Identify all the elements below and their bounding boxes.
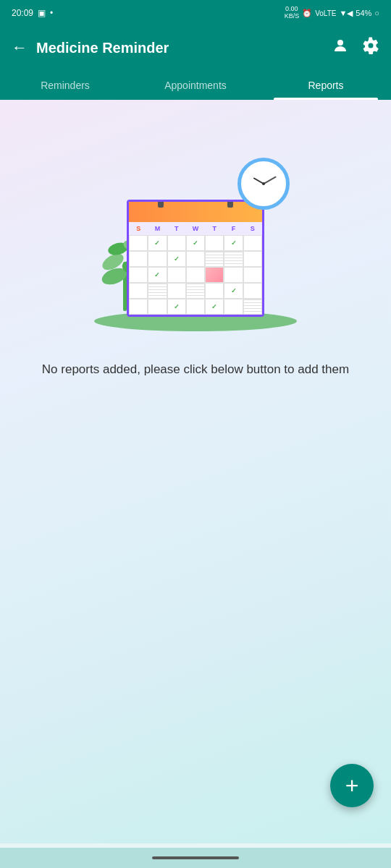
tab-bar: Reminders Appointments Reports <box>0 69 391 100</box>
cal-cell <box>224 299 243 315</box>
day-header-t2: T <box>205 224 224 234</box>
cal-cell <box>205 283 224 299</box>
cal-cell <box>243 251 262 267</box>
calendar-ring-right <box>227 200 233 208</box>
cal-cell <box>186 235 205 251</box>
cal-cell <box>167 283 186 299</box>
cal-cell <box>186 283 205 299</box>
add-report-button[interactable]: + <box>330 764 374 807</box>
network-speed: 0.00KB/S <box>285 6 300 20</box>
cal-cell <box>129 299 148 315</box>
cal-cell <box>148 251 167 267</box>
cal-cell <box>186 251 205 267</box>
settings-button[interactable] <box>362 37 379 59</box>
cal-cell <box>243 299 262 315</box>
tab-reminders[interactable]: Reminders <box>0 69 130 100</box>
cal-cell <box>205 299 224 315</box>
cal-cell <box>205 267 224 283</box>
calendar-days-header: S M T W T F S <box>129 222 262 235</box>
calendar-grid <box>129 235 262 315</box>
cal-cell <box>129 283 148 299</box>
cal-cell <box>148 283 167 299</box>
cal-cell <box>129 251 148 267</box>
empty-state-illustration: S M T W T F S <box>87 143 304 331</box>
battery-text: 54% <box>356 9 371 17</box>
cal-cell <box>129 235 148 251</box>
cal-cell <box>224 267 243 283</box>
nav-indicator <box>152 856 239 859</box>
cal-cell <box>224 251 243 267</box>
day-header-t1: T <box>167 224 186 234</box>
screenshot-icon: ▣ <box>38 8 46 18</box>
cal-cell <box>205 235 224 251</box>
empty-state-message: No reports added, please click below but… <box>13 360 378 379</box>
cal-cell <box>167 267 186 283</box>
nav-bar <box>0 848 391 868</box>
cal-cell <box>167 299 186 315</box>
clock-minute-hand <box>264 176 277 184</box>
cal-cell <box>148 267 167 283</box>
status-icons-area: 0.00KB/S ⏰ VoLTE ▼◀ 54% ○ <box>285 6 379 20</box>
day-header-f: F <box>224 224 243 234</box>
cal-cell <box>205 251 224 267</box>
app-bar-actions <box>332 37 379 59</box>
cal-cell <box>167 235 186 251</box>
clock-center-dot <box>262 182 265 185</box>
page-title: Medicine Reminder <box>36 40 332 56</box>
wifi-icon: VoLTE <box>315 9 336 17</box>
cal-cell <box>224 283 243 299</box>
cal-cell <box>243 283 262 299</box>
main-content: S M T W T F S <box>0 100 391 843</box>
cal-cell <box>167 251 186 267</box>
svg-point-0 <box>337 40 343 46</box>
tab-reports[interactable]: Reports <box>261 69 391 100</box>
cal-cell <box>243 235 262 251</box>
day-header-s1: S <box>129 224 148 234</box>
status-time: 20:09 <box>12 8 33 18</box>
day-header-m: M <box>148 224 167 234</box>
cal-cell <box>148 235 167 251</box>
day-header-s2: S <box>243 224 262 234</box>
calendar-illustration: S M T W T F S <box>127 200 264 317</box>
cal-cell <box>186 299 205 315</box>
app-bar: ← Medicine Reminder <box>0 26 391 69</box>
cal-cell <box>148 299 167 315</box>
back-button[interactable]: ← <box>12 38 28 57</box>
profile-button[interactable] <box>332 37 349 59</box>
cal-cell <box>224 235 243 251</box>
tab-appointments[interactable]: Appointments <box>130 69 261 100</box>
clock-face <box>245 165 282 203</box>
calendar-header <box>129 202 262 222</box>
cal-cell <box>186 267 205 283</box>
cal-cell <box>243 267 262 283</box>
calendar-ring-left <box>158 200 164 208</box>
status-time-area: 20:09 ▣ • <box>12 8 53 18</box>
cal-cell <box>129 267 148 283</box>
alarm-icon: ⏰ <box>302 9 312 18</box>
battery-icon: ○ <box>374 9 379 17</box>
dot-separator: • <box>50 8 53 18</box>
status-bar: 20:09 ▣ • 0.00KB/S ⏰ VoLTE ▼◀ 54% ○ <box>0 0 391 26</box>
signal-icon: ▼◀ <box>339 9 353 18</box>
day-header-w: W <box>186 224 205 234</box>
clock-icon <box>237 158 290 210</box>
